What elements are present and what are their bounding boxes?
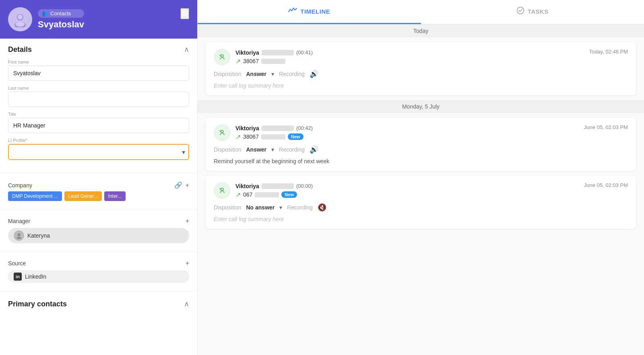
manager-add-button[interactable]: +: [186, 218, 189, 225]
company-external-link-button[interactable]: 🔗: [174, 181, 182, 189]
disposition-value-1: Answer: [246, 71, 266, 77]
call-card-1-header-left: Viktoriya (00:41) ↗ 38067: [214, 49, 313, 66]
disposition-dropdown-2[interactable]: ▾: [271, 146, 274, 153]
manager-row: Manager +: [8, 218, 189, 225]
speaker-icon-1[interactable]: 🔊: [310, 70, 318, 78]
liprofile-wrapper: ▾: [8, 144, 189, 160]
call-card-2: Viktoriya (00:42) ↗ 38067 New June 05, 0…: [206, 118, 636, 171]
call-number-blur-1: [261, 59, 285, 64]
speaker-muted-icon-3[interactable]: 🔇: [318, 203, 326, 212]
new-badge-3: New: [281, 191, 297, 198]
disposition-dropdown-3[interactable]: ▾: [279, 204, 282, 211]
recording-label-3: Recording: [287, 204, 313, 211]
new-badge-2: New: [288, 133, 303, 140]
company-tags: DMP Development ... Lead Gener... Inter.…: [8, 191, 189, 201]
day-header-today: Today: [198, 25, 644, 37]
profile-name: Svyatoslav: [38, 19, 84, 30]
svg-point-7: [17, 237, 21, 239]
company-section: Company 🔗 + DMP Development ... Lead Gen…: [0, 175, 197, 207]
call-number-1: 38067: [243, 58, 259, 64]
disposition-value-3: No answer: [246, 204, 275, 211]
details-section: Details ∧ First name Last name Title LI …: [0, 39, 197, 171]
call-name-row-3: Viktoriya (00:00): [235, 183, 313, 189]
lastname-input[interactable]: [8, 92, 189, 107]
tab-timeline-label: TIMELINE: [300, 8, 330, 15]
title-field-group: Title: [8, 112, 189, 133]
call-name-row-1: Viktoriya (00:41): [235, 49, 313, 56]
call-timestamp-1: Today, 02:48 PM: [589, 49, 628, 55]
call-number-row-2: ↗ 38067 New: [235, 133, 313, 141]
call-number-row-3: ↗ 067 New: [235, 191, 313, 199]
right-panel: TIMELINE TASKS Today: [197, 0, 644, 355]
company-tag-lead[interactable]: Lead Gener...: [64, 191, 102, 201]
company-tag-inter[interactable]: Inter...: [104, 191, 126, 201]
avatar: [8, 7, 32, 31]
linkedin-icon: in: [14, 273, 22, 281]
call-card-2-header-left: Viktoriya (00:42) ↗ 38067 New: [214, 124, 313, 141]
call-meta-3: Disposition No answer ▾ Recording 🔇: [214, 203, 628, 212]
call-card-3-header-left: Viktoriya (00:00) ↗ 067 New: [214, 182, 313, 199]
call-card-3-header: Viktoriya (00:00) ↗ 067 New June 05, 02:…: [214, 182, 628, 199]
call-card-1-header: Viktoriya (00:41) ↗ 38067 Today, 02:48 P…: [214, 49, 628, 66]
call-log-summary-1[interactable]: Enter call log summary here: [214, 82, 628, 89]
source-label: Source: [8, 260, 26, 267]
timeline-content: Today Viktoriya: [198, 25, 644, 355]
company-row: Company 🔗 +: [8, 181, 189, 189]
contacts-icon: 👥: [42, 10, 48, 16]
contacts-chip: 👥 Contacts: [38, 9, 84, 18]
call-avatar-1: [214, 49, 231, 66]
call-log-summary-3[interactable]: Enter call log summary here: [214, 216, 628, 222]
call-number-blur-3: [255, 192, 279, 197]
recording-label-1: Recording: [279, 71, 305, 77]
profile-title-area: 👥 Contacts Svyatoslav: [38, 9, 84, 30]
speaker-icon-2[interactable]: 🔊: [310, 145, 318, 154]
liprofile-field-group: LI Profile* ▾: [8, 138, 189, 160]
liprofile-input[interactable]: [8, 144, 189, 160]
source-add-button[interactable]: +: [186, 260, 189, 267]
details-title: Details: [8, 45, 32, 54]
call-card-2-info: Viktoriya (00:42) ↗ 38067 New: [235, 125, 313, 141]
disposition-dropdown-1[interactable]: ▾: [271, 71, 274, 77]
disposition-value-2: Answer: [246, 146, 266, 153]
call-card-2-header: Viktoriya (00:42) ↗ 38067 New June 05, 0…: [214, 124, 628, 141]
company-tag-dmp[interactable]: DMP Development ...: [8, 191, 62, 201]
call-name-blur-1: [262, 50, 294, 55]
day-header-monday: Monday, 5 July: [198, 100, 644, 113]
tab-tasks-label: TASKS: [528, 8, 549, 15]
call-number-row-1: ↗ 38067: [235, 57, 313, 65]
call-timestamp-2: June 05, 02:03 PM: [584, 124, 628, 130]
lastname-field-group: Last name: [8, 86, 189, 107]
call-name-row-2: Viktoriya (00:42): [235, 125, 313, 131]
call-log-text-2: Remind yourself at the beginning of next…: [214, 158, 628, 164]
call-card-3-info: Viktoriya (00:00) ↗ 067 New: [235, 183, 313, 199]
title-input[interactable]: [8, 118, 189, 133]
tabs-container: TIMELINE TASKS: [198, 0, 644, 25]
manager-avatar: [14, 230, 24, 241]
disposition-label-3: Disposition: [214, 204, 241, 211]
call-avatar-3: [214, 182, 231, 199]
svg-point-8: [517, 7, 524, 14]
tab-tasks[interactable]: TASKS: [421, 0, 644, 24]
recording-label-2: Recording: [279, 146, 305, 153]
timeline-icon: [288, 7, 297, 16]
firstname-input[interactable]: [8, 66, 189, 81]
call-number-3: 067: [243, 191, 252, 198]
profile-header: 👥 Contacts Svyatoslav ⚙: [0, 0, 197, 39]
details-collapse-button[interactable]: ∧: [184, 45, 189, 54]
details-section-header: Details ∧: [8, 45, 189, 54]
svg-point-6: [18, 234, 21, 236]
call-number-blur-2: [261, 134, 285, 140]
call-number-2: 38067: [243, 133, 259, 140]
primary-contacts-title: Primary contacts: [8, 300, 67, 308]
call-meta-1: Disposition Answer ▾ Recording 🔊: [214, 70, 628, 78]
tab-timeline[interactable]: TIMELINE: [198, 0, 421, 24]
settings-button[interactable]: ⚙: [180, 8, 189, 19]
manager-name: Kateryna: [27, 232, 50, 239]
company-add-button[interactable]: +: [186, 181, 189, 189]
source-section: Source + in LinkedIn: [0, 253, 197, 289]
call-name-3: Viktoriya: [235, 183, 259, 189]
company-icon-row: 🔗 +: [174, 181, 189, 189]
firstname-field-group: First name: [8, 60, 189, 81]
primary-contacts-collapse-button[interactable]: ∧: [184, 300, 189, 308]
svg-point-4: [18, 14, 23, 19]
